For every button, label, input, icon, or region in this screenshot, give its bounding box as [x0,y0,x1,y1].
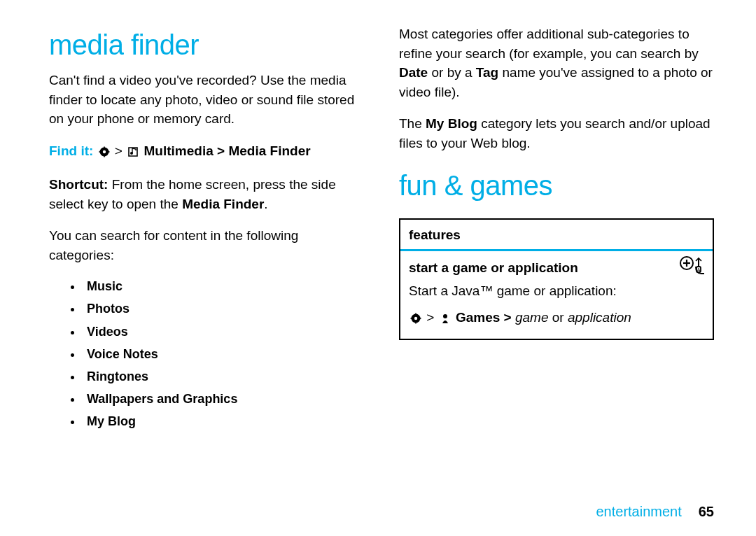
menu-key-icon [99,143,110,163]
svg-point-19 [443,314,447,318]
shortcut-label: Shortcut: [49,177,108,192]
svg-rect-4 [99,151,101,153]
feature-row-path: > Games > game or application [409,308,704,330]
para2-myblog: My Blog [426,116,477,131]
feature-row-title: start a game or application [409,258,704,278]
path-games: Games [456,310,500,325]
svg-text:A: A [697,267,701,271]
path-application: application [568,310,631,325]
path-sep: > [217,143,228,158]
features-header: features [400,220,713,251]
list-item: Ringtones [83,367,364,386]
para1-tag: Tag [476,65,498,80]
page-number: 65 [699,504,714,519]
list-item: Wallpapers and Graphics [83,390,364,408]
games-icon [440,310,451,330]
shortcut-media-finder: Media Finder [182,197,264,211]
path-multimedia: Multimedia [144,143,214,158]
find-it-line: Find it: > Multimedia > Media Finder [49,141,364,163]
list-item: Photos [83,299,364,318]
list-item: Voice Notes [83,345,364,363]
heading-fun-games: fun & games [399,165,714,206]
left-column: media finder Can't find a video you've r… [49,24,364,515]
page-footer: entertainment65 [596,502,714,522]
svg-point-14 [414,317,417,320]
menu-key-icon [410,310,421,330]
heading-media-finder: media finder [49,24,364,65]
manual-page: media finder Can't find a video you've r… [0,0,756,536]
categories-intro: You can search for content in the follow… [49,226,364,265]
path-media-finder: Media Finder [228,143,310,158]
intro-paragraph: Can't find a video you've recorded? Use … [49,71,364,129]
right-column: Most categories offer additional sub-cat… [399,24,714,515]
path-game: game [515,310,549,325]
path-or: or [549,310,568,325]
para2-a: The [399,116,426,131]
features-row: A start a game or application Start a Ja… [400,251,713,339]
subcategories-paragraph: Most categories offer additional sub-cat… [399,24,714,101]
svg-rect-16 [415,321,416,323]
list-item: My Blog [83,412,364,430]
svg-rect-18 [419,318,421,319]
shortcut-paragraph: Shortcut: From the home screen, press th… [49,175,364,213]
feature-row-desc: Start a Java™ game or application: [409,281,704,301]
features-table: features A sta [399,218,714,340]
para1-date: Date [399,65,428,80]
para1-c: or by a [428,65,476,80]
path-sep2: > [504,310,515,325]
svg-rect-5 [107,151,109,153]
two-column-layout: media finder Can't find a video you've r… [49,24,714,515]
network-charge-icon: A [679,255,706,275]
footer-section: entertainment [596,504,681,519]
svg-rect-17 [411,318,413,319]
multimedia-icon [127,143,139,163]
shortcut-text-c: . [264,197,267,211]
para1-a: Most categories offer additional sub-cat… [399,27,699,61]
category-list: Music Photos Videos Voice Notes Ringtone… [49,277,364,430]
find-it-label: Find it: [49,143,93,158]
svg-point-1 [102,150,105,153]
svg-rect-15 [415,313,416,315]
list-item: Music [83,277,364,295]
svg-rect-3 [104,155,105,157]
myblog-paragraph: The My Blog category lets you search and… [399,114,714,153]
svg-rect-2 [104,146,105,148]
list-item: Videos [83,323,364,341]
